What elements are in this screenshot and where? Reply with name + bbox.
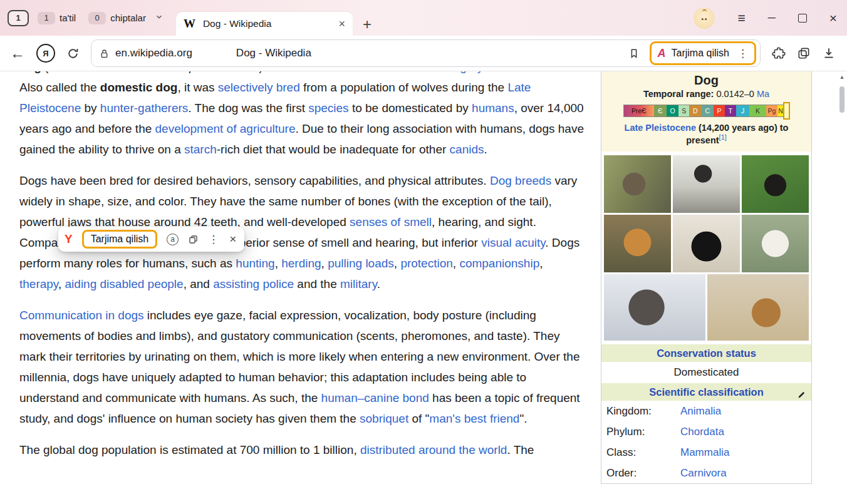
dog-photo-8[interactable] — [707, 274, 809, 341]
text-span: Canis lupus familiaris — [147, 71, 259, 73]
back-button[interactable]: ← — [10, 44, 25, 62]
text-span: -rich diet that would be inadequate for … — [217, 143, 450, 156]
close-window-button[interactable]: × — [829, 11, 837, 26]
classification-header[interactable]: Scientific classification — [649, 386, 763, 398]
text-link[interactable]: man's best friend — [429, 412, 519, 425]
text-span: (14,200 years ago) to present — [686, 123, 788, 145]
text-link[interactable]: companionship — [459, 257, 539, 270]
side-panels-icon[interactable] — [797, 46, 811, 60]
copy-icon[interactable] — [188, 234, 199, 245]
scrollbar-up-icon[interactable]: ▲ — [838, 74, 846, 80]
text-link[interactable]: selectively bred — [218, 81, 300, 94]
timeline-segment-C[interactable]: C — [702, 105, 714, 116]
timeline-segment-P[interactable]: P — [714, 105, 725, 116]
text-link[interactable]: human–canine bond — [321, 391, 429, 404]
dog-photo-1[interactable] — [604, 155, 671, 213]
timeline-segment-Pg[interactable]: Pg — [766, 105, 777, 116]
downloads-icon[interactable] — [822, 46, 836, 60]
text-link[interactable]: development of agriculture — [155, 122, 296, 135]
url-domain[interactable]: en.wikipedia.org — [115, 47, 192, 59]
text-link[interactable]: humans — [472, 101, 514, 115]
text-link[interactable]: pulling loads — [328, 257, 394, 270]
text-link[interactable]: military — [340, 277, 377, 291]
text-link[interactable]: Communication in dogs — [19, 309, 144, 322]
text-span: Temporal range: — [643, 89, 717, 99]
new-tab-button[interactable]: + — [363, 17, 372, 32]
minimize-button[interactable]: ─ — [768, 12, 776, 24]
dog-photo-7[interactable] — [604, 274, 705, 341]
text-link[interactable]: hunter-gatherers — [100, 101, 188, 115]
text-link[interactable]: sobriquet — [360, 412, 408, 425]
timeline-segment-J[interactable]: J — [736, 105, 749, 116]
timeline-segment-PreЄ[interactable]: PreЄ — [624, 105, 655, 116]
browser-menu-icon[interactable]: ≡ — [737, 11, 745, 26]
text-span: . The dog was the first — [188, 101, 308, 115]
tab-close-icon[interactable]: × — [338, 18, 345, 31]
timeline-segment-T[interactable]: T — [725, 105, 737, 116]
scrollbar-thumb[interactable] — [839, 86, 844, 113]
dog-photo-4[interactable] — [604, 215, 671, 272]
text-link[interactable]: Ma — [757, 89, 769, 99]
address-bar[interactable]: en.wikipedia.org Dog - Wikipedia A Tarji… — [91, 39, 761, 67]
timeline-segment-S[interactable]: S — [678, 105, 689, 116]
conservation-status-header[interactable]: Conservation status — [601, 344, 811, 362]
dog-photo-3[interactable] — [742, 155, 809, 213]
popup-translate-button[interactable]: Tarjima qilish — [82, 230, 157, 249]
tab-groups-chevron-icon[interactable] — [155, 13, 164, 24]
timeline-segment-K[interactable]: K — [749, 105, 766, 116]
text-link[interactable]: visual acuity — [481, 236, 545, 249]
extensions-icon[interactable] — [772, 46, 786, 60]
refresh-button[interactable] — [66, 47, 80, 60]
tab-group[interactable]: 1ta'til — [34, 10, 80, 26]
bookmark-icon[interactable] — [628, 48, 640, 59]
text-span: Dogs have been bred for desired behavior… — [19, 174, 490, 187]
yandex-logo-icon[interactable]: Y — [65, 232, 73, 246]
taxonomy-rank: Phylum: — [606, 426, 680, 438]
dog-photo-6[interactable] — [742, 215, 809, 272]
popup-close-icon[interactable]: × — [229, 232, 236, 246]
tab-group[interactable]: 0chiptalar — [85, 10, 150, 26]
dog-photo-5[interactable] — [673, 215, 740, 272]
text-link[interactable]: species — [308, 101, 348, 115]
text-link[interactable]: Late Pleistocene — [625, 123, 696, 133]
timeline-bar: PreЄЄOSDCPTJKPgN — [623, 105, 785, 117]
dog-photo-2[interactable] — [673, 155, 740, 213]
tab-group[interactable]: 1 — [8, 10, 29, 26]
timeline-segment-D[interactable]: D — [689, 105, 702, 116]
translate-control[interactable]: A Tarjima qilish ⋮ — [650, 41, 756, 65]
text-span: domestic dog — [100, 81, 178, 94]
text-link[interactable]: senses of smell — [350, 215, 432, 229]
text-link[interactable]: assisting police — [213, 277, 294, 291]
maximize-button[interactable] — [798, 14, 807, 23]
scrollbar[interactable]: ▲ — [838, 74, 846, 502]
text-link[interactable]: protection — [400, 257, 452, 270]
edit-icon[interactable] — [797, 387, 806, 404]
taxonomy-value-link[interactable]: Animalia — [680, 405, 721, 418]
maximize-icon — [798, 14, 807, 23]
taxonomy-rank: Kingdom: — [606, 405, 680, 418]
text-link[interactable]: gray wolf — [460, 71, 507, 73]
text-span: Also called the — [19, 81, 100, 94]
translate-menu-icon[interactable]: ⋮ — [737, 47, 748, 60]
text-link[interactable]: canids — [450, 143, 484, 156]
text-link[interactable]: hunting — [236, 257, 274, 270]
profile-avatar[interactable] — [694, 8, 715, 29]
taxonomy-value-link[interactable]: Carnivora — [680, 467, 727, 480]
text-span: , — [539, 257, 543, 270]
text-link[interactable]: herding — [281, 257, 321, 270]
text-link[interactable]: starch — [184, 143, 217, 156]
timeline-segment-O[interactable]: O — [667, 105, 679, 116]
text-link[interactable]: Dog breeds — [490, 174, 551, 187]
tab-title: Dog - Wikipedia — [203, 18, 338, 29]
text-link[interactable]: aiding disabled people — [65, 277, 184, 291]
taxonomy-value-link[interactable]: Mammalia — [680, 446, 729, 459]
timeline-segment-Є[interactable]: Є — [654, 105, 667, 116]
text-link[interactable]: therapy — [19, 277, 58, 291]
taxonomy-value-link[interactable]: Chordata — [680, 426, 724, 438]
popup-menu-icon[interactable]: ⋮ — [208, 233, 219, 246]
yandex-home-button[interactable]: Я — [36, 44, 55, 63]
taxonomy-row-class: Class: Mammalia — [601, 442, 811, 463]
text-link[interactable]: distributed around the world — [360, 443, 507, 456]
read-aloud-icon[interactable]: a — [167, 234, 179, 245]
active-tab[interactable]: W Dog - Wikipedia × — [176, 12, 353, 36]
